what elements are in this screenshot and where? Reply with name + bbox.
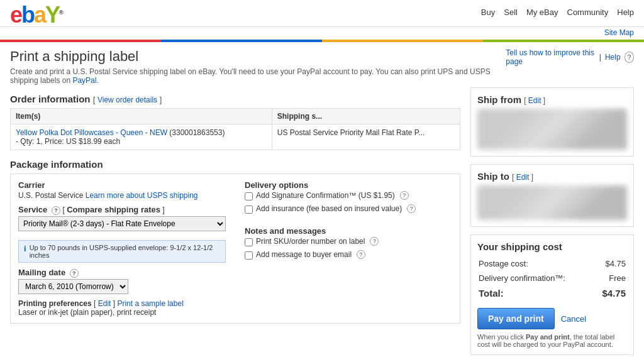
page-title: Print a shipping label <box>10 48 506 65</box>
message-label: Add message to buyer email <box>256 250 352 259</box>
sku-help[interactable]: ? <box>370 237 379 246</box>
total-label: Total: <box>479 286 593 300</box>
ebay-logo[interactable]: ebaY® <box>10 4 62 26</box>
item-detail: - Qty: 1, Price: US $18.99 each <box>16 137 120 146</box>
notes-label: Notes and messages <box>245 226 452 236</box>
package-inner: Carrier U.S. Postal Service Learn more a… <box>18 180 452 317</box>
sig-confirm-row: Add Signature Confirmation™ (US $1.95) ? <box>245 191 452 200</box>
table-row: Yellow Polka Dot Pillowcases - Queen - N… <box>11 124 460 150</box>
improve-page-link[interactable]: Tell us how to improve this page <box>506 48 596 66</box>
sku-checkbox[interactable] <box>245 238 253 246</box>
ship-from-content <box>477 109 627 150</box>
shipping-cost-header: Your shipping cost <box>477 241 627 252</box>
left-column: Order information [ View order details ]… <box>10 87 460 362</box>
package-info-header: Package information <box>10 159 460 170</box>
ship-from-header: Ship from [ Edit ] <box>477 94 627 105</box>
shipping-cell: US Postal Service Priority Mail Flat Rat… <box>272 124 460 150</box>
item-id: (330001863553) <box>169 128 225 137</box>
mailing-date-select[interactable]: March 6, 2010 (Tomorrow) <box>18 279 128 294</box>
print-sample-link[interactable]: Print a sample label <box>117 299 183 308</box>
nav-buy[interactable]: Buy <box>481 8 495 17</box>
right-column: Ship from [ Edit ] Ship to [ Edit ] Your… <box>470 87 634 362</box>
carrier-label: Carrier <box>18 180 226 190</box>
main-content: Order information [ View order details ]… <box>0 87 644 362</box>
ship-to-edit[interactable]: Edit <box>516 173 530 182</box>
carrier-value: U.S. Postal Service Learn more about USP… <box>18 191 226 200</box>
delivery-options-label: Delivery options <box>245 180 452 190</box>
cancel-link[interactable]: Cancel <box>561 314 586 324</box>
printing-bracket-close: ] <box>111 299 117 308</box>
printing-edit-link[interactable]: Edit <box>98 299 111 308</box>
printing-prefs-label: Printing preferences <box>18 299 92 308</box>
service-select-wrapper: Priority Mail® (2-3 days) - Flat Rate En… <box>18 216 226 235</box>
message-checkbox[interactable] <box>245 251 253 260</box>
delivery-label: Delivery confirmation™: <box>479 272 593 285</box>
sig-confirm-help[interactable]: ? <box>400 191 409 200</box>
message-help[interactable]: ? <box>357 250 365 259</box>
insurance-row: Add insurance (fee based on insured valu… <box>245 204 452 214</box>
service-info-box: i Up to 70 pounds in USPS-supplied envel… <box>18 240 226 263</box>
ship-from-box: Ship from [ Edit ] <box>470 87 634 156</box>
message-row: Add message to buyer email ? <box>245 250 452 260</box>
ship-to-content <box>477 185 627 220</box>
compare-rates-link[interactable]: Compare shipping rates <box>67 205 160 214</box>
page-title-area: Print a shipping label Create and print … <box>10 48 506 85</box>
info-text: Up to 70 pounds in USPS-supplied envelop… <box>30 244 220 259</box>
info-icon: i <box>24 244 26 253</box>
mailing-date-help-icon[interactable]: ? <box>70 269 79 278</box>
ship-to-header: Ship to [ Edit ] <box>477 171 627 182</box>
service-label: Service ? [ Compare shipping rates ] <box>18 205 226 215</box>
ship-from-edit[interactable]: Edit <box>528 96 541 105</box>
top-nav: ebaY® Buy Sell My eBay Community Help <box>0 0 644 27</box>
postage-row: Postage cost: $4.75 <box>479 257 626 270</box>
sku-row: Print SKU/order number on label ? <box>245 237 452 246</box>
insurance-label: Add insurance (fee based on insured valu… <box>256 204 402 213</box>
ship-to-box: Ship to [ Edit ] <box>470 164 634 227</box>
delivery-value: Free <box>594 272 626 285</box>
printing-bracket-open: [ <box>94 299 98 308</box>
order-info-header: Order information [ View order details ] <box>10 94 460 104</box>
insurance-help[interactable]: ? <box>407 204 416 213</box>
delivery-confirm-row: Delivery confirmation™: Free <box>479 272 626 285</box>
total-row: Total: $4.75 <box>479 286 626 300</box>
header-right-links: Tell us how to improve this page | Help … <box>506 48 634 66</box>
mailing-date-label: Mailing date ? <box>18 268 226 278</box>
col-item: Item(s) <box>11 109 272 124</box>
cost-table: Postage cost: $4.75 Delivery confirmatio… <box>477 256 627 302</box>
service-help-icon[interactable]: ? <box>52 206 60 215</box>
total-value: $4.75 <box>594 286 626 300</box>
postage-label: Postage cost: <box>479 257 593 270</box>
pay-note: When you click Pay and print, the total … <box>477 333 627 348</box>
col-shipping: Shipping s... <box>272 109 460 124</box>
nav-help[interactable]: Help <box>617 8 634 17</box>
sig-confirm-checkbox[interactable] <box>245 192 253 200</box>
pay-note-bold: Pay and print <box>526 333 570 341</box>
pay-print-row: Pay and print Cancel <box>477 308 627 329</box>
printing-detail: Laser or ink-jet (plain paper), print re… <box>18 308 156 317</box>
sig-confirm-label: Add Signature Confirmation™ (US $1.95) <box>256 191 395 200</box>
package-right: Delivery options Add Signature Confirmat… <box>245 180 452 317</box>
view-order-link[interactable]: View order details <box>97 96 157 104</box>
package-left: Carrier U.S. Postal Service Learn more a… <box>18 180 226 317</box>
nav-community[interactable]: Community <box>567 8 609 17</box>
page-description: Create and print a U.S. Postal Service s… <box>10 67 506 85</box>
site-map-link[interactable]: Site Map <box>604 28 634 37</box>
nav-myebay[interactable]: My eBay <box>526 8 558 17</box>
order-table: Item(s) Shipping s... Yellow Polka Dot P… <box>10 108 460 150</box>
item-link[interactable]: Yellow Polka Dot Pillowcases - Queen - N… <box>16 128 167 137</box>
logo-area: ebaY® <box>10 4 62 26</box>
item-cell: Yellow Polka Dot Pillowcases - Queen - N… <box>11 124 272 150</box>
usps-learn-link[interactable]: Learn more about USPS shipping <box>86 191 198 200</box>
site-map-row: Site Map <box>0 27 644 40</box>
postage-value: $4.75 <box>594 257 626 270</box>
package-box: Carrier U.S. Postal Service Learn more a… <box>10 173 460 324</box>
insurance-checkbox[interactable] <box>245 206 253 214</box>
nav-sell[interactable]: Sell <box>504 8 518 17</box>
help-icon[interactable]: ? <box>625 52 634 63</box>
pay-print-button[interactable]: Pay and print <box>477 308 555 329</box>
sku-label: Print SKU/order number on label <box>256 237 365 246</box>
paypal-link[interactable]: PayPal. <box>72 76 98 85</box>
service-select[interactable]: Priority Mail® (2-3 days) - Flat Rate En… <box>18 216 226 231</box>
printing-prefs-section: Printing preferences [ Edit ] Print a sa… <box>18 299 226 317</box>
help-link[interactable]: Help <box>605 53 621 62</box>
